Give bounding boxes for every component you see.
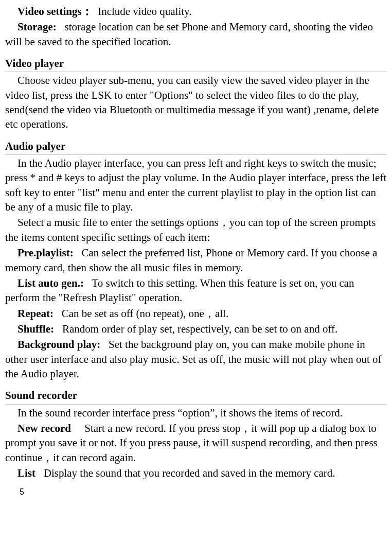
repeat-label: Repeat: bbox=[17, 307, 54, 320]
sound-recorder-para: In the sound recorder interface press “o… bbox=[5, 406, 387, 420]
video-settings-text: Include video quality. bbox=[98, 5, 191, 18]
list-text: Display the sound that you recorded and … bbox=[44, 467, 335, 479]
video-settings-line: Video settings： Include video quality. bbox=[5, 4, 387, 19]
video-settings-label: Video settings： bbox=[17, 5, 93, 18]
repeat-text: Can be set as off (no repeat), one，all. bbox=[62, 307, 228, 320]
pre-playlist-label: Pre.playlist: bbox=[17, 247, 74, 259]
page-number: 5 bbox=[20, 486, 387, 498]
list-auto-gen-label: List auto gen.: bbox=[17, 277, 84, 289]
shuffle-text: Random order of play set, respectively, … bbox=[62, 323, 337, 335]
repeat-line: Repeat: Can be set as off (no repeat), o… bbox=[5, 306, 387, 321]
shuffle-line: Shuffle: Random order of play set, respe… bbox=[5, 322, 387, 336]
background-play-label: Background play: bbox=[17, 338, 100, 351]
pre-playlist-line: Pre.playlist: Can select the preferred l… bbox=[5, 246, 387, 275]
background-play-line: Background play: Set the background play… bbox=[5, 337, 387, 381]
sound-recorder-heading: Sound recorder bbox=[5, 388, 387, 404]
audio-player-para1: In the Audio player interface, you can p… bbox=[5, 156, 387, 214]
video-player-para: Choose video player sub-menu, you can ea… bbox=[5, 73, 387, 131]
audio-player-heading: Audio palyer bbox=[5, 139, 387, 155]
audio-player-para2: Select a music file to enter the setting… bbox=[5, 215, 387, 244]
new-record-label: New record bbox=[17, 422, 71, 434]
storage-label: Storage: bbox=[17, 21, 57, 33]
storage-text: storage location can be set Phone and Me… bbox=[5, 21, 373, 47]
shuffle-label: Shuffle: bbox=[17, 323, 54, 335]
list-line: List Display the sound that you recorded… bbox=[5, 466, 387, 480]
new-record-line: New record Start a new record. If you pr… bbox=[5, 421, 387, 465]
storage-line: Storage: storage location can be set Pho… bbox=[5, 20, 387, 49]
list-auto-gen-line: List auto gen.: To switch to this settin… bbox=[5, 276, 387, 305]
video-player-heading: Video player bbox=[5, 56, 387, 72]
list-label: List bbox=[17, 467, 35, 479]
